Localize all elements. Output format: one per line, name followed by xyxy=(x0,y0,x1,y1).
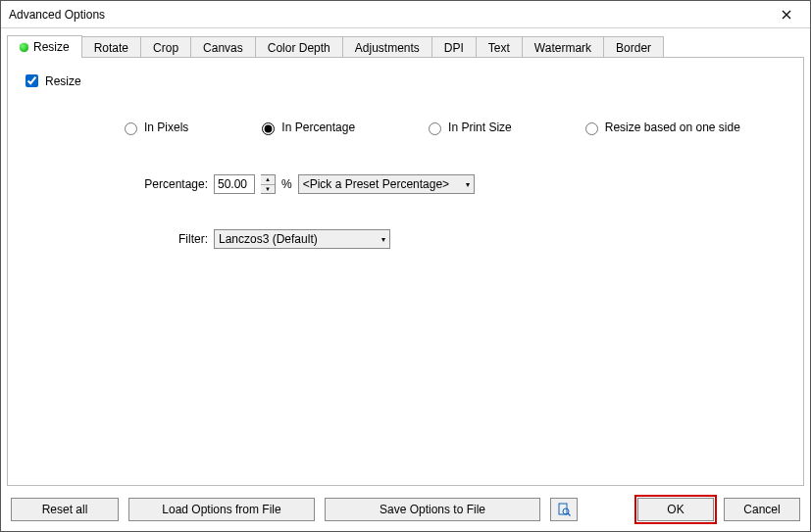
radio-in-percentage[interactable]: In Percentage xyxy=(257,120,355,135)
tab-canvas[interactable]: Canvas xyxy=(190,36,256,59)
resize-checkbox-label: Resize xyxy=(45,74,81,88)
tab-bar: Resize Rotate Crop Canvas Color Depth Ad… xyxy=(1,28,810,57)
filter-label: Filter: xyxy=(110,232,208,246)
cancel-button[interactable]: Cancel xyxy=(724,498,800,521)
tab-color-depth[interactable]: Color Depth xyxy=(255,36,343,59)
tab-text[interactable]: Text xyxy=(476,36,523,59)
svg-line-2 xyxy=(568,513,571,516)
tab-label: Watermark xyxy=(534,41,591,55)
radio-label: In Print Size xyxy=(448,121,512,134)
radio-in-percentage-input[interactable] xyxy=(262,122,275,135)
tab-resize[interactable]: Resize xyxy=(7,35,82,58)
tab-label: Resize xyxy=(33,40,70,54)
tab-border[interactable]: Border xyxy=(603,36,664,59)
button-label: OK xyxy=(667,503,684,516)
tab-dpi[interactable]: DPI xyxy=(431,36,477,59)
resize-checkbox[interactable] xyxy=(25,74,38,87)
filter-row: Filter: Lanczos3 (Default) ▾ xyxy=(110,229,797,249)
chevron-down-icon: ▾ xyxy=(460,180,470,189)
active-indicator-icon xyxy=(20,43,28,52)
preset-percentage-combo[interactable]: <Pick a Preset Percentage> ▾ xyxy=(298,174,475,194)
tab-label: Border xyxy=(616,41,651,55)
tab-adjustments[interactable]: Adjustments xyxy=(342,36,432,59)
percentage-row: Percentage: ▲ ▼ % <Pick a Preset Percent… xyxy=(110,174,797,194)
ok-button[interactable]: OK xyxy=(637,498,714,521)
button-label: Save Options to File xyxy=(380,503,485,516)
radio-in-pixels[interactable]: In Pixels xyxy=(120,120,188,135)
chevron-down-icon: ▾ xyxy=(376,235,385,244)
percentage-label: Percentage: xyxy=(110,177,208,191)
tab-label: DPI xyxy=(444,41,464,55)
tab-label: Color Depth xyxy=(268,41,330,55)
tab-label: Canvas xyxy=(203,41,243,55)
magnifier-page-icon xyxy=(557,503,571,516)
spinner-up-icon[interactable]: ▲ xyxy=(261,175,275,185)
save-options-button[interactable]: Save Options to File xyxy=(325,498,540,521)
tab-label: Rotate xyxy=(94,41,128,55)
tab-label: Crop xyxy=(153,41,178,55)
button-label: Cancel xyxy=(743,503,780,516)
resize-panel: Resize In Pixels In Percentage In Print … xyxy=(8,58,803,290)
resize-checkbox-row[interactable]: Resize xyxy=(22,72,797,90)
percent-sign: % xyxy=(281,177,292,191)
tab-panel: Resize In Pixels In Percentage In Print … xyxy=(7,57,804,486)
resize-mode-radios: In Pixels In Percentage In Print Size Re… xyxy=(120,120,797,135)
radio-label: In Percentage xyxy=(281,121,355,134)
tab-rotate[interactable]: Rotate xyxy=(81,36,141,59)
spinner-down-icon[interactable]: ▼ xyxy=(261,185,275,194)
filter-combo[interactable]: Lanczos3 (Default) ▾ xyxy=(214,229,390,249)
percentage-input[interactable] xyxy=(214,174,255,194)
load-options-button[interactable]: Load Options from File xyxy=(128,498,315,521)
radio-in-print-size[interactable]: In Print Size xyxy=(424,120,512,135)
radio-one-side[interactable]: Resize based on one side xyxy=(581,120,740,135)
tab-watermark[interactable]: Watermark xyxy=(522,36,604,59)
filter-combo-text: Lanczos3 (Default) xyxy=(219,232,318,246)
tab-label: Text xyxy=(488,41,510,55)
reset-all-button[interactable]: Reset all xyxy=(11,498,119,521)
radio-in-print-size-input[interactable] xyxy=(429,122,441,135)
close-button[interactable] xyxy=(767,2,806,27)
button-label: Reset all xyxy=(42,503,88,516)
button-label: Load Options from File xyxy=(162,503,280,516)
bottom-button-bar: Reset all Load Options from File Save Op… xyxy=(1,492,810,531)
radio-label: In Pixels xyxy=(144,121,188,134)
close-icon xyxy=(782,10,791,20)
titlebar: Advanced Options xyxy=(1,1,810,28)
percentage-spinner[interactable]: ▲ ▼ xyxy=(261,174,276,194)
window-title: Advanced Options xyxy=(9,8,767,22)
tab-label: Adjustments xyxy=(355,41,420,55)
tab-crop[interactable]: Crop xyxy=(140,36,191,59)
advanced-options-window: Advanced Options Resize Rotate Crop Canv… xyxy=(0,0,811,532)
radio-one-side-input[interactable] xyxy=(585,122,598,135)
preset-combo-text: <Pick a Preset Percentage> xyxy=(303,177,449,191)
radio-label: Resize based on one side xyxy=(605,121,740,134)
preview-button[interactable] xyxy=(550,498,578,521)
radio-in-pixels-input[interactable] xyxy=(125,122,137,135)
